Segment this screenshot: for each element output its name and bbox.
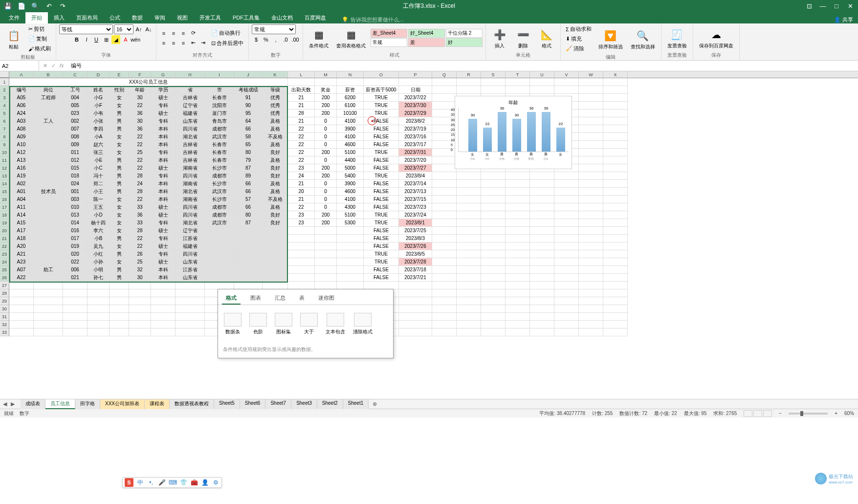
empty-cell[interactable] [63, 313, 88, 321]
data-cell[interactable]: 21 [288, 94, 315, 102]
empty-cell[interactable] [506, 313, 530, 321]
empty-cell[interactable] [432, 305, 457, 313]
data-cell[interactable] [603, 227, 628, 235]
data-cell[interactable]: 66 [234, 203, 263, 211]
data-cell[interactable] [554, 172, 579, 180]
data-cell[interactable]: 6100 [337, 102, 364, 110]
zoom-slider[interactable] [789, 413, 828, 415]
data-cell[interactable]: 2023/7/25 [399, 227, 432, 235]
row-header-26[interactable]: 26 [0, 274, 9, 282]
data-cell[interactable]: 辽宁省 [176, 102, 205, 110]
data-cell[interactable] [432, 266, 457, 274]
data-cell[interactable] [288, 242, 315, 250]
sheet-tab[interactable]: Sheet6 [240, 399, 266, 409]
data-cell[interactable]: 30 [129, 274, 151, 282]
data-cell[interactable]: 2023/8/3 [399, 235, 432, 242]
empty-cell[interactable] [603, 297, 628, 305]
empty-cell[interactable] [88, 321, 110, 329]
row-header-16[interactable]: 16 [0, 196, 9, 203]
header-cell[interactable] [506, 86, 530, 94]
data-cell[interactable] [530, 172, 554, 180]
data-cell[interactable]: 杨十四 [88, 219, 110, 227]
cancel-formula-icon[interactable]: ✕ [43, 63, 47, 69]
row-header-6[interactable]: 6 [0, 117, 9, 125]
data-cell[interactable]: 硕士 [151, 242, 176, 250]
header-cell[interactable]: 考核成绩 [234, 86, 263, 94]
data-cell[interactable]: 2023/7/19 [399, 125, 432, 133]
data-cell[interactable] [579, 141, 603, 149]
data-cell[interactable] [263, 242, 288, 250]
col-header-U[interactable]: U [530, 71, 554, 78]
data-cell[interactable]: 硕士 [151, 110, 176, 117]
data-cell[interactable] [288, 235, 315, 242]
invoice-button[interactable]: 🧾发票查验 [664, 26, 690, 50]
data-cell[interactable]: 0 [315, 125, 337, 133]
empty-cell[interactable] [129, 313, 151, 321]
data-cell[interactable]: A07 [9, 266, 34, 274]
tab-file[interactable]: 文件 [3, 12, 25, 23]
data-cell[interactable]: 21 [288, 102, 315, 110]
header-cell[interactable] [603, 86, 628, 94]
bold-button[interactable]: B [72, 35, 81, 44]
empty-cell[interactable] [9, 313, 34, 321]
data-cell[interactable]: 21 [288, 196, 315, 203]
data-cell[interactable] [481, 227, 506, 235]
data-cell[interactable]: 女 [110, 149, 129, 156]
share-button[interactable]: 👤 共享 [834, 16, 853, 23]
data-cell[interactable] [579, 211, 603, 219]
data-cell[interactable]: A10 [9, 141, 34, 149]
empty-cell[interactable] [63, 282, 88, 289]
col-header-P[interactable]: P [399, 71, 432, 78]
data-cell[interactable]: TRUE [364, 219, 399, 227]
data-cell[interactable] [457, 274, 481, 282]
empty-cell[interactable] [63, 321, 88, 329]
data-cell[interactable] [432, 211, 457, 219]
data-cell[interactable] [337, 266, 364, 274]
data-cell[interactable]: 004 [63, 94, 88, 102]
data-cell[interactable] [337, 227, 364, 235]
empty-cell[interactable] [432, 282, 457, 289]
data-cell[interactable]: FALSE [364, 180, 399, 188]
percent-icon[interactable]: % [262, 35, 270, 44]
data-cell[interactable] [554, 242, 579, 250]
data-cell[interactable] [457, 235, 481, 242]
data-cell[interactable] [530, 242, 554, 250]
data-cell[interactable]: 0 [315, 141, 337, 149]
data-cell[interactable]: 22 [129, 156, 151, 164]
data-cell[interactable] [603, 149, 628, 156]
cell[interactable] [315, 78, 337, 86]
cell[interactable] [432, 78, 457, 86]
data-cell[interactable]: 本科 [151, 188, 176, 196]
data-cell[interactable] [506, 258, 530, 266]
header-cell[interactable]: 省 [176, 86, 205, 94]
empty-cell[interactable] [399, 297, 432, 305]
empty-cell[interactable] [579, 321, 603, 329]
data-cell[interactable]: A01 [9, 188, 34, 196]
data-cell[interactable]: 2023/7/31 [399, 149, 432, 156]
empty-cell[interactable] [579, 305, 603, 313]
data-cell[interactable] [579, 164, 603, 172]
empty-cell[interactable] [457, 329, 481, 336]
data-cell[interactable]: 2023/8/1 [399, 219, 432, 227]
empty-cell[interactable] [9, 305, 34, 313]
data-cell[interactable]: 优秀 [263, 102, 288, 110]
font-size-select[interactable]: 16 [114, 24, 133, 34]
data-cell[interactable]: 山东省 [176, 258, 205, 266]
data-cell[interactable] [603, 164, 628, 172]
data-cell[interactable]: A24 [9, 110, 34, 117]
col-header-Q[interactable]: Q [432, 71, 457, 78]
data-cell[interactable]: 36 [129, 110, 151, 117]
align-top-icon[interactable]: ≡ [159, 29, 168, 38]
data-cell[interactable]: 福建省 [176, 110, 205, 117]
empty-cell[interactable] [176, 321, 205, 329]
zoom-in[interactable]: + [835, 411, 837, 416]
data-cell[interactable] [337, 258, 364, 266]
header-cell[interactable] [530, 86, 554, 94]
copy-button[interactable]: 📄 复制 [26, 34, 53, 44]
empty-cell[interactable] [530, 297, 554, 305]
empty-cell[interactable] [432, 313, 457, 321]
data-cell[interactable] [530, 266, 554, 274]
empty-cell[interactable] [506, 289, 530, 297]
empty-cell[interactable] [176, 282, 205, 289]
data-cell[interactable]: 22 [129, 102, 151, 110]
